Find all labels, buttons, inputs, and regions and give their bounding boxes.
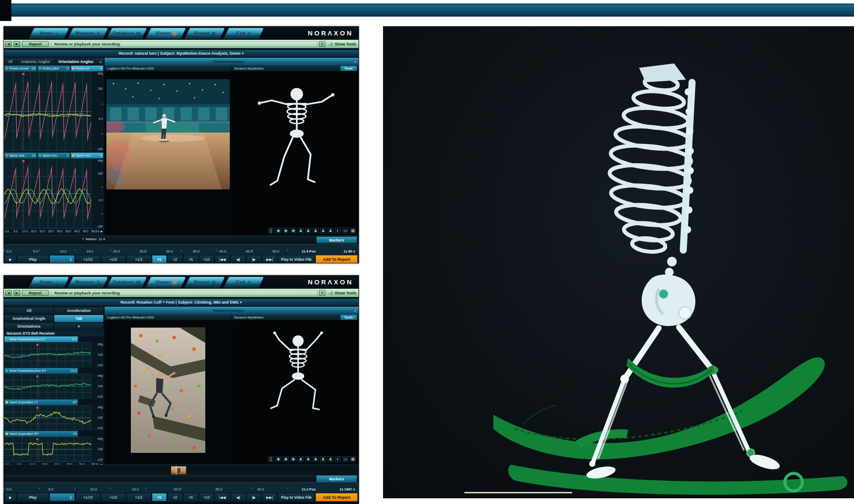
nav-tab[interactable]: Database ▤ <box>106 276 148 288</box>
chart-tab[interactable]: Tab <box>54 315 104 322</box>
animation-tool-icon[interactable]: ♟ <box>298 456 304 462</box>
transport-button[interactable]: |◀◀ <box>215 493 230 501</box>
channel-chip[interactable]: Wrist Radialabduction LT 8.2 <box>4 336 78 342</box>
nav-tab[interactable]: Report ▥ <box>184 276 226 288</box>
report-button[interactable]: Report <box>22 290 49 296</box>
play-icon-button[interactable]: ▶ <box>5 493 16 501</box>
x-axis-scroll-icons[interactable]: ◂▸ <box>99 230 103 233</box>
animation-tool-icon[interactable]: ♟ <box>327 456 334 462</box>
back-button[interactable]: ◀ <box>5 290 12 296</box>
chart-tab[interactable]: Acceleration <box>54 307 104 315</box>
axis-scroll-down-icon[interactable]: ▾ <box>102 132 103 135</box>
step-value-field[interactable]: 1 <box>49 493 75 501</box>
channel-chip[interactable]: Hand Supination LT -87 <box>4 399 78 405</box>
channel-chip[interactable]: Hand Supination RT -73 <box>4 431 78 437</box>
marker-row[interactable]: ▾ Marker: 11.4 Markers <box>4 235 358 244</box>
channel-chip[interactable]: Pelvis course -20 <box>4 66 37 71</box>
animation-tool-icon[interactable]: ◉ <box>290 228 296 234</box>
report-button[interactable]: Report <box>22 41 49 47</box>
axis-scroll-up-icon[interactable]: ▴ <box>102 102 103 105</box>
record-info-bar[interactable]: Record: Rotation Cuff + Foot | Subject: … <box>4 299 358 306</box>
nav-tab[interactable]: Viewer ◎ <box>145 276 187 288</box>
speed-button[interactable]: ×10 <box>199 255 214 263</box>
animation-tool-icon[interactable]: ▭ <box>342 228 348 234</box>
speed-button[interactable]: ×1/5 <box>101 493 126 501</box>
transport-button[interactable]: ◀| <box>231 255 246 263</box>
chart-canvas[interactable] <box>4 342 91 367</box>
play-button[interactable]: Play <box>17 255 49 263</box>
playhead-cursor[interactable] <box>176 465 176 475</box>
transport-button[interactable]: ◀| <box>231 493 246 501</box>
chart-tab[interactable]: Orientations <box>4 322 54 330</box>
tools-button[interactable]: Tools <box>341 66 357 71</box>
animation-tool-icon[interactable]: ♟ <box>313 228 319 234</box>
channel-chip[interactable]: Pelvis rot -4 <box>71 66 103 71</box>
speed-button[interactable]: ×2 <box>168 493 183 501</box>
speed-button[interactable]: ×2 <box>168 255 183 263</box>
speed-button[interactable]: ×1 <box>152 493 167 501</box>
chart-tab[interactable]: Anatomic Angles <box>17 58 54 66</box>
chart-tab[interactable]: All <box>4 307 54 315</box>
play-to-video-file-button[interactable]: Play to Video File <box>278 493 315 501</box>
record-info-bar[interactable]: Record: natural turn | Subject: MyoMotio… <box>4 50 358 57</box>
nav-tab[interactable]: Exit ↗ <box>223 28 265 39</box>
transport-button[interactable]: ▶▶| <box>262 493 277 501</box>
timeline[interactable]: 0.05.010.015.020.025.030.035.040.045.050… <box>4 244 358 255</box>
chart-canvas[interactable] <box>4 374 91 399</box>
animation-tool-icon[interactable]: ♟ <box>320 228 326 234</box>
animation-tool-icon[interactable]: ▦ <box>350 228 356 234</box>
animation-tool-icon[interactable]: ◉ <box>275 228 281 234</box>
nav-tab[interactable]: Home ⌂ <box>28 28 70 39</box>
chart-tab[interactable]: Orientation Angles <box>54 58 98 66</box>
animation-tool-icon[interactable]: ◐ <box>335 228 341 234</box>
nav-tab[interactable]: Home ⌂ <box>28 276 70 288</box>
video-track-strip[interactable] <box>4 465 358 475</box>
speed-button[interactable]: ×1/5 <box>101 255 126 263</box>
receiver-group-header[interactable]: Noraxon DTS Belt Receiver <box>4 330 104 336</box>
transport-button[interactable]: |▶ <box>246 255 261 263</box>
collapse-video-button[interactable]: ◂ <box>351 307 358 315</box>
animation-tool-icon[interactable]: ▭ <box>342 456 348 462</box>
animation-tool-icon[interactable]: ▦ <box>350 456 356 462</box>
animation-tool-icon[interactable]: ◉ <box>290 456 296 462</box>
timeline-marker[interactable]: ▾ Marker: 11.4 <box>82 237 105 241</box>
speed-button[interactable]: ×1/10 <box>76 493 100 501</box>
animation-tool-icon[interactable]: ◉ <box>283 228 289 234</box>
animation-tool-icon[interactable]: ◐ <box>335 456 341 462</box>
animation-tool-icon[interactable]: ♟ <box>327 228 334 234</box>
animation-tool-icon[interactable]: ◉ <box>275 456 281 462</box>
chart-tab[interactable]: ▾ <box>54 322 104 330</box>
chart-canvas[interactable] <box>4 158 91 228</box>
add-to-report-button[interactable]: Add To Report <box>316 493 358 501</box>
speed-button[interactable]: ×1/2 <box>127 255 151 263</box>
animation-tool-icon[interactable]: ♟ <box>320 456 326 462</box>
nav-tab[interactable]: Measure ✎ <box>67 28 109 39</box>
nav-tab[interactable]: Database ▤ <box>106 28 148 39</box>
step-value-field[interactable]: 1 <box>49 255 75 263</box>
marker-row[interactable]: Markers <box>4 475 358 482</box>
add-to-report-button[interactable]: Add To Report <box>316 255 358 263</box>
back-button[interactable]: ◀ <box>5 41 12 47</box>
speed-button[interactable]: ×10 <box>199 493 214 501</box>
axis-scroll-up-icon[interactable]: ▴ <box>102 185 103 188</box>
collapse-left-button[interactable]: ◂ <box>97 58 104 66</box>
nav-tab[interactable]: Measure ✎ <box>67 276 109 288</box>
show-tools-button[interactable]: Show Tools <box>334 291 356 295</box>
collapse-video-button[interactable]: ◂ <box>351 58 358 66</box>
help-button[interactable]: ? <box>319 290 325 296</box>
play-to-video-file-button[interactable]: Play to Video File <box>278 255 315 263</box>
help-button[interactable]: ? <box>319 41 325 47</box>
speed-button[interactable]: ×1/2 <box>127 493 151 501</box>
speed-button[interactable]: ×5 <box>183 493 198 501</box>
animation-tool-icon[interactable]: ⣿ <box>268 228 274 234</box>
markers-button[interactable]: Markers <box>316 237 357 243</box>
tools-button[interactable]: Tools <box>341 315 357 320</box>
channel-chip[interactable]: Spine incl... -3 <box>71 153 103 158</box>
nav-tab[interactable]: Report ▥ <box>184 28 226 39</box>
speed-button[interactable]: ×1/10 <box>76 255 100 263</box>
axis-scroll-down-icon[interactable]: ▾ <box>102 212 103 215</box>
channel-chip[interactable]: Wrist Radialabduction RT 13.0 <box>4 368 78 374</box>
nav-tab[interactable]: Viewer ◎ <box>145 28 187 39</box>
animation-tool-icon[interactable]: ♟ <box>305 228 311 234</box>
chart-tab[interactable]: All <box>4 58 17 66</box>
